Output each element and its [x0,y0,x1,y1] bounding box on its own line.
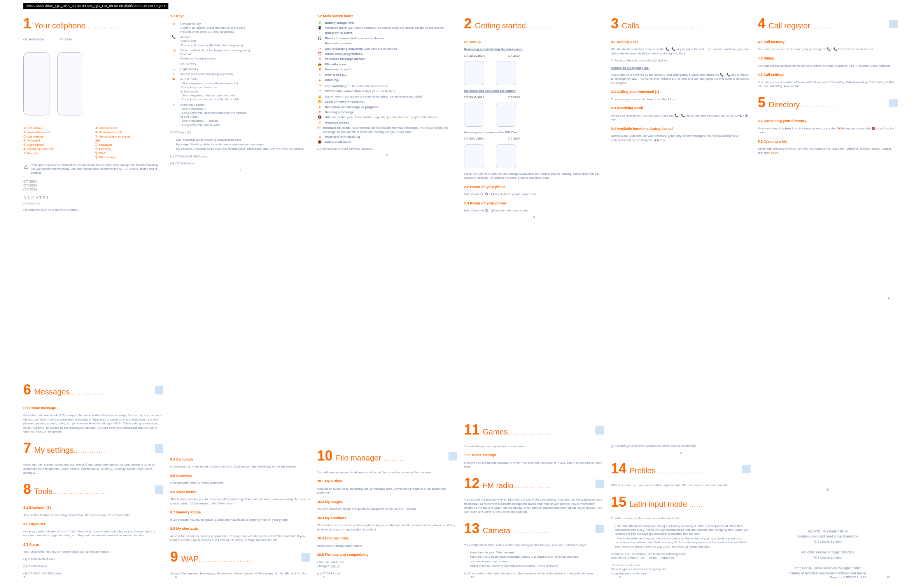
body-text: Access this feature by selecting "Tools"… [23,513,163,517]
sub-heading: 4.3 Call settings [758,73,898,77]
sub-heading: 4.2 Billing [758,56,898,61]
footnote: (1) Depending on your network operator. [23,208,163,212]
body-text: You can access a number of items with th… [758,80,898,89]
sub-heading: 2.3 Power off your phone [464,201,604,206]
brand-sub: mobilephones [23,202,163,205]
section-12-title: 12FM radio................. [464,475,604,493]
body-text: With this menu, you may personalise ring… [611,483,751,487]
body-text: Your Alcatel phone may include some game… [464,445,604,448]
input-modes: Normal: this mode allows you to type a t… [615,524,751,549]
body-text: From the main menu select "Messages" to … [23,414,163,434]
body-text: To write messages, there are two writing… [611,516,751,520]
footnote: (1) OT-360A/363A only. [23,557,163,561]
brand-logo: ALCATEL [23,195,163,200]
sub-heading: 2.2 Power on your phone [464,185,604,190]
sub-heading: 10.4 Unknown files [317,536,457,541]
doc-code: English - CJB30R1ALAAA [830,576,867,579]
body-text: From the main screen, select the icon me… [23,463,163,475]
sub-heading: 3.4 Available functions during the call [611,127,751,131]
section-6-title: 6Messages................. [23,381,163,399]
page-num-9: 9 [323,576,324,579]
section-9-title: 9WAP....................... [170,548,310,566]
sub-heading: 3.2 Calling your voicemail (1) [611,90,751,94]
section-3-title: 3Calls........................... [611,15,751,33]
camera-uses: store them in your "File manager".send t… [468,550,604,569]
section-1-title: 1Your cellphone............... [23,15,163,33]
body-text: - 0 + key in edit mode Short keypress: a… [611,564,751,576]
camera-icon [595,525,604,533]
model-list: OT-360A OT-363A OT-383A [23,180,163,192]
step-label: Removing and installing the back cover [464,47,604,51]
body-text: During a call, you can use your director… [611,134,751,142]
step-label: Inserting and removing the SIM Card [464,131,604,134]
call-register-icon [889,20,898,28]
body-text: When you receive an incoming call, press… [611,114,751,122]
section-8-title: 8Tools........................ [23,480,163,499]
footnote: (3) OT-363A, OT-383A only. [23,572,163,576]
sub-heading: 1.1 Keys [170,14,310,19]
body-text: If your phone is covered by the network,… [611,73,751,85]
games-icon [595,426,604,434]
footnote: (1) Depending on your network operator. [317,147,457,151]
sub-heading: 5.1 Consulting your directory [758,119,898,124]
section-15-title: 15Latin input mode........ [611,493,751,511]
section-13-title: 13Camera.................. [464,520,604,538]
sub-heading: 8.8 My shortcuts [170,527,310,531]
diagram [464,59,604,87]
page-num-12: 12 [886,576,890,579]
sub-heading: 8.3 Alarm [23,543,163,547]
warning-text: Prolonged exposure to music at full volu… [23,163,163,174]
model-label: OT-360A/363A [23,38,44,42]
page-num-10: 10 [471,576,474,579]
led-list: Call: Flashing while incoming calls/miss… [174,138,310,151]
section-4-title: 4Call register.......... [758,15,898,33]
copyright-block: ALCATEL is a trademark of Alcatel-Lucent… [758,529,898,576]
body-text: Choose an audio for an incoming call, a … [317,487,457,495]
body-text: Once you enter this menu from "Tools", t… [23,530,163,538]
wap-icon [301,553,310,562]
footnote: (1) The quality of the radio depends on … [464,572,604,576]
page-number: 2 [317,153,457,158]
footnote: (1) OT-383A only. [317,572,457,576]
body-text: This feature enables you to record a cal… [170,497,310,506]
footnote: (1) Contact your network operator to che… [611,444,751,448]
sub-heading: 8.6 Voice memo [170,490,310,495]
folder-icon [448,452,457,461]
footnote: (2) OT-383A only. [23,564,163,568]
body-text: Hold down the ⏻ / ⏻ key from the main sc… [464,209,604,213]
sub-heading: 10.3 My creations [317,516,457,521]
sub-heading: 6.1 Create message [23,406,163,411]
sub-heading: 2.1 Set-up [464,40,604,45]
led-heading: 3 LED keys (2): [170,131,310,134]
body-text: To access your voicemail, hold down the … [611,98,751,101]
body-text: You can access your call memory by press… [758,47,898,51]
body-text: It will indicate how much space is used … [170,518,310,522]
phone-illustrations [23,43,163,125]
sub-heading: 10.2 My images [317,500,457,504]
sub-heading: 11.1 Game settings [464,453,604,458]
sub-heading: 10.1 My audios [317,479,457,484]
diagram [464,101,604,128]
body-text: - Sounds: midi, amr, ... - Images: jpg, … [317,560,457,569]
key-legend: ①Left softkey⑧Vibration alert ②Answer/Se… [23,126,163,159]
step-label: Installing and removing the battery [464,89,604,93]
page-num-6: 6 [888,297,890,300]
print-header: 360A-363A-383A_QG_USA_30-03-09:303_QG_GB… [23,3,168,9]
sub-heading: 1.2 Main screen icons [317,14,457,19]
section-7-title: 7My settings.............. [23,439,163,457]
body-text: You will have an access to all audio and… [317,471,457,475]
body-text: Your cellphone has a built-in alarm cloc… [23,550,163,554]
body-text: Place the SIM card with the chip facing … [464,172,604,180]
page-num-8: 8 [175,576,177,579]
directory-icon [889,99,898,107]
diagram [464,143,604,170]
key-descriptions: ⊕Navigation key Confirm an option (press… [170,21,310,128]
section-11-title: 11Games.................... [464,421,604,439]
page-num-7: 7 [23,576,25,579]
body-text: This feature stores all the photos captu… [317,523,457,532]
body-text: Store files of unsupported format. [317,544,457,548]
tools-icon [155,485,163,494]
messages-icon [155,386,163,394]
section-2-title: 2Getting started............ [464,15,604,33]
example-text: Example: For "Tomorrow", press on the fo… [611,552,751,560]
